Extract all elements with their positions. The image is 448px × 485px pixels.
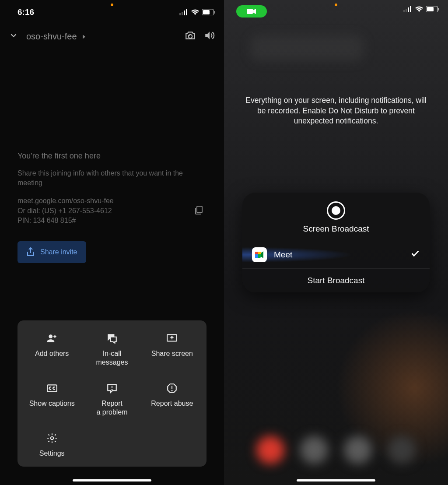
svg-rect-2 — [184, 11, 185, 15]
svg-rect-18 — [247, 9, 253, 14]
blurred-call-controls — [224, 436, 448, 464]
blurred-control — [300, 436, 328, 464]
broadcast-header: Screen Broadcast — [242, 193, 430, 241]
broadcast-warning: Everything on your screen, including not… — [242, 95, 430, 127]
checkmark-icon — [410, 249, 420, 261]
flip-camera-icon[interactable] — [185, 30, 196, 43]
report-problem-button[interactable]: Report a problem — [82, 383, 142, 417]
meeting-code[interactable]: oso-shvu-fee — [26, 32, 177, 42]
broadcast-app-name: Meet — [274, 250, 403, 260]
action-label: Show captions — [29, 399, 75, 408]
meeting-info: You're the first one here Share this joi… — [0, 151, 224, 225]
home-indicator[interactable] — [297, 479, 375, 481]
svg-rect-3 — [186, 9, 187, 15]
report-abuse-icon — [166, 383, 178, 394]
battery-icon — [426, 6, 439, 14]
action-label: Report a problem — [96, 399, 127, 417]
svg-point-13 — [112, 390, 112, 390]
blurred-header — [250, 35, 364, 61]
action-label: Report abuse — [151, 399, 193, 408]
status-icons — [179, 9, 215, 15]
recording-dot-icon — [111, 4, 113, 6]
meet-app-icon — [252, 247, 267, 262]
action-label: Settings — [39, 449, 65, 458]
svg-rect-8 — [197, 206, 202, 213]
meeting-code-text: oso-shvu-fee — [26, 32, 77, 41]
info-heading: You're the first one here — [18, 151, 206, 161]
cellular-icon — [179, 9, 188, 15]
dial-pin: PIN: 134 648 815# — [18, 216, 114, 225]
share-icon — [26, 247, 35, 257]
captions-icon — [46, 383, 58, 394]
svg-rect-0 — [179, 13, 181, 15]
broadcast-title: Screen Broadcast — [303, 224, 369, 234]
screen-broadcast-card: Screen Broadcast Meet Start Broadcast — [242, 193, 430, 292]
svg-rect-5 — [203, 10, 210, 14]
blurred-control — [344, 436, 372, 464]
gear-icon — [46, 432, 58, 444]
copy-info-button[interactable] — [191, 202, 206, 220]
battery-icon — [202, 9, 215, 15]
svg-point-17 — [50, 437, 53, 440]
dial-in: Or dial: (US) +1 267-553-4612 — [18, 206, 114, 216]
share-invite-label: Share invite — [40, 248, 77, 256]
action-label: In-call messages — [96, 349, 128, 367]
meet-screen: 6:16 oso-shvu-fee You're the — [0, 0, 224, 485]
svg-rect-1 — [182, 12, 183, 15]
svg-marker-7 — [205, 32, 210, 39]
home-indicator[interactable] — [73, 479, 151, 481]
blurred-end-call — [256, 436, 284, 464]
cellular-icon — [403, 6, 412, 14]
svg-rect-22 — [410, 6, 411, 12]
svg-rect-24 — [427, 7, 434, 11]
settings-button[interactable]: Settings — [22, 432, 82, 458]
share-screen-icon — [166, 333, 178, 344]
video-camera-icon — [247, 8, 256, 14]
svg-point-9 — [49, 334, 52, 338]
report-abuse-button[interactable]: Report abuse — [142, 383, 202, 417]
svg-rect-20 — [406, 9, 407, 12]
status-icons — [403, 6, 439, 14]
meeting-link: meet.google.com/oso-shvu-fee — [18, 196, 114, 206]
share-screen-button[interactable]: Share screen — [142, 333, 202, 367]
svg-rect-29 — [255, 252, 258, 254]
camera-active-pill[interactable] — [236, 5, 267, 18]
speaker-icon[interactable] — [204, 30, 215, 43]
show-captions-button[interactable]: Show captions — [22, 383, 82, 417]
svg-point-16 — [172, 390, 172, 391]
chevron-down-icon[interactable] — [9, 31, 18, 42]
action-label: Share screen — [151, 349, 193, 358]
report-problem-icon — [106, 383, 118, 394]
blurred-control — [388, 436, 416, 464]
add-others-button[interactable]: Add others — [22, 333, 82, 367]
action-label: Add others — [35, 349, 69, 358]
svg-rect-19 — [403, 10, 405, 12]
join-details: meet.google.com/oso-shvu-fee Or dial: (U… — [18, 196, 114, 225]
status-time: 6:16 — [18, 7, 34, 17]
share-invite-button[interactable]: Share invite — [18, 241, 86, 263]
in-call-messages-button[interactable]: In-call messages — [82, 333, 142, 367]
broadcast-screen: Everything on your screen, including not… — [224, 0, 448, 485]
more-actions-panel: Add others In-call messages Share screen… — [18, 320, 206, 467]
svg-rect-21 — [408, 7, 409, 12]
info-sub: Share this joining info with others that… — [18, 169, 206, 187]
record-icon — [327, 201, 345, 220]
meet-header: oso-shvu-fee — [0, 22, 224, 51]
svg-rect-25 — [438, 8, 439, 11]
messages-icon — [106, 333, 118, 344]
broadcast-app-row-meet[interactable]: Meet — [242, 241, 430, 268]
wifi-icon — [191, 9, 200, 15]
svg-rect-6 — [214, 11, 215, 14]
wifi-icon — [415, 6, 424, 14]
recording-dot-icon — [335, 4, 337, 6]
add-person-icon — [46, 333, 58, 344]
start-broadcast-button[interactable]: Start Broadcast — [242, 268, 430, 292]
